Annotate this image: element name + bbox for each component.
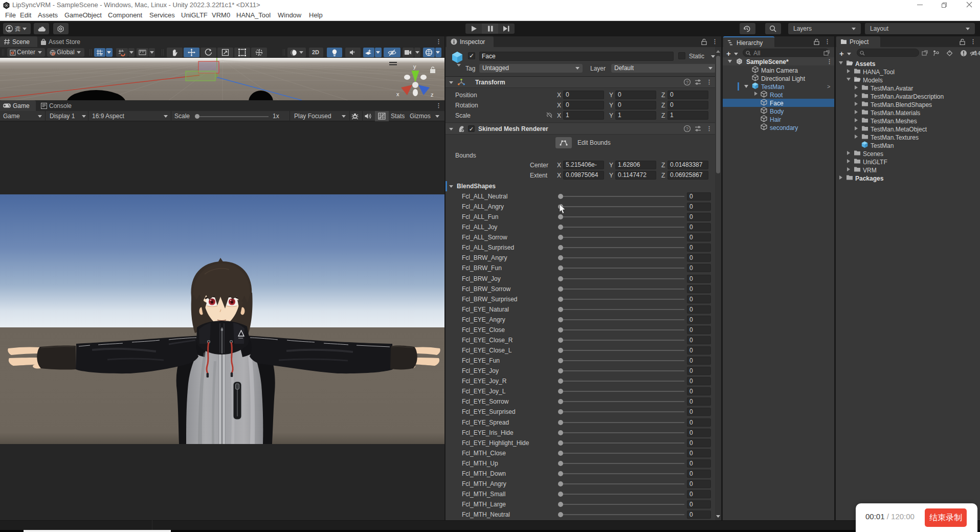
svg-text:z: z	[431, 92, 434, 98]
svg-text:?: ?	[686, 80, 688, 85]
svg-text:x: x	[396, 91, 399, 97]
svg-text:y: y	[413, 63, 416, 70]
svg-text:?: ?	[686, 126, 688, 131]
svg-text:Y: Y	[101, 53, 103, 56]
